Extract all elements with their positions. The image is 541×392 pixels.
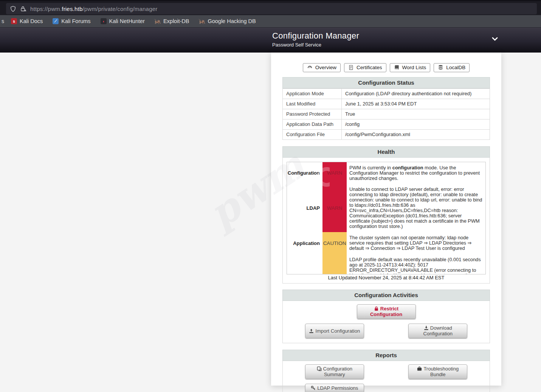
status-row-value: True [342, 109, 490, 119]
table-row: Application Mode Configuration (LDAP dir… [283, 89, 490, 99]
health-title: Health [282, 146, 490, 158]
bookmark-kali-docs[interactable]: s Kali Docs [11, 18, 43, 24]
status-row-value: /config [342, 119, 490, 130]
gauge-icon [307, 65, 313, 70]
table-row: Application Data Path /config [283, 119, 490, 130]
status-row-label: Application Data Path [283, 119, 342, 130]
bookmark-label: Google Hacking DB [208, 18, 256, 24]
status-row-value: /config/PwmConfiguration.xml [342, 130, 490, 140]
health-topic: Application [287, 232, 322, 254]
bookmark-overflow-text[interactable]: s [2, 18, 4, 24]
kali-docs-icon: s [11, 18, 17, 24]
bookmark-label: Kali Forums [61, 18, 90, 24]
restrict-configuration-button[interactable]: Restrict Configuration [357, 304, 416, 319]
briefcase-icon [417, 366, 422, 371]
browser-nav-bar: https://pwm.fries.htb/pwm/private/config… [0, 0, 541, 15]
health-status-badge: WARN [322, 162, 347, 184]
status-row-value: Configuration (LDAP directory authentica… [342, 89, 490, 99]
table-row: Password Protected True [283, 109, 490, 119]
configuration-activities-section: Restrict Configuration Import Configurat… [282, 301, 490, 343]
table-row: Application CAUTION The cluster system c… [287, 232, 485, 254]
bookmark-kali-forums[interactable]: ⟋ Kali Forums [53, 18, 90, 24]
status-row-value: June 1, 2025 at 3:53:04 PM EDT [342, 99, 490, 109]
health-topic: LDAP [287, 254, 322, 274]
health-message: The cluster system can not operate norma… [347, 232, 485, 254]
shield-icon[interactable] [10, 6, 16, 12]
manager-tabs: Overview Certificates Word Lists [271, 53, 501, 72]
ldap-permissions-button[interactable]: LDAP Permissions [305, 384, 364, 392]
troubleshooting-bundle-button[interactable]: Troubleshooting Bundle [408, 364, 467, 379]
page-subtitle: Password Self Service [272, 42, 359, 48]
tab-label: Word Lists [402, 65, 426, 70]
reports-title: Reports [282, 350, 490, 361]
health-last-updated: Last Updated November 24, 2025 at 8:44:4… [287, 275, 486, 280]
kali-forums-icon: ⟋ [53, 18, 59, 24]
key-icon [311, 386, 316, 390]
table-row: LDAP WARN Unable to connect to LDAP serv… [287, 184, 485, 232]
url-text: https://pwm.fries.htb/pwm/private/config… [30, 6, 157, 12]
url-scheme: https://pwm. [30, 6, 62, 12]
download-icon [424, 325, 429, 330]
tab-certificates[interactable]: Certificates [344, 63, 386, 72]
import-configuration-button[interactable]: Import Configuration [305, 324, 364, 338]
download-configuration-button[interactable]: Download Configuration [408, 324, 467, 338]
lock-icon [374, 306, 379, 311]
health-status-badge: CAUTION [322, 232, 347, 254]
book-icon [394, 65, 400, 70]
health-message: Unable to connect to LDAP server default… [347, 184, 485, 232]
tab-word-lists[interactable]: Word Lists [390, 63, 431, 72]
copy-icon [317, 366, 322, 371]
url-path: /pwm/private/config/manager [82, 6, 157, 12]
health-status-badge: WARN [322, 184, 347, 232]
tab-label: Overview [315, 65, 336, 70]
kali-nethunter-icon: ◖ [101, 18, 107, 24]
lock-warning-icon[interactable] [20, 6, 26, 12]
configuration-status-table: Application Mode Configuration (LDAP dir… [282, 88, 490, 140]
health-message: LDAP profile default was recently unavai… [347, 254, 485, 274]
button-label: Configuration Summary [323, 366, 352, 377]
bookmark-google-hacking-db[interactable]: 🦗 Google Hacking DB [199, 18, 256, 24]
url-host: fries.htb [62, 6, 82, 12]
health-table: Configuration WARN PWM is currently in c… [287, 162, 485, 274]
table-row: Configuration File /config/PwmConfigurat… [283, 130, 490, 140]
status-row-label: Configuration File [283, 130, 342, 140]
status-row-label: Last Modified [283, 99, 342, 109]
health-message: PWM is currently in configuration mode. … [347, 162, 485, 184]
page-title: Configuration Manager [272, 31, 359, 41]
database-icon [438, 65, 443, 70]
tab-localdb[interactable]: LocalDB [434, 63, 470, 72]
reports-section: Configuration Summary Troubleshooting Bu… [282, 361, 490, 392]
button-label: Import Configuration [315, 328, 360, 334]
google-hacking-db-icon: 🦗 [199, 18, 205, 24]
bookmark-exploit-db[interactable]: 🦗 Exploit-DB [155, 18, 189, 24]
certificate-icon [348, 65, 354, 70]
tab-overview[interactable]: Overview [303, 63, 341, 72]
bookmarks-bar: s s Kali Docs ⟋ Kali Forums ◖ Kali NetHu… [0, 15, 541, 28]
status-row-label: Password Protected [283, 109, 342, 119]
health-status-badge: CAUTION [322, 254, 347, 274]
url-bar[interactable]: https://pwm.fries.htb/pwm/private/config… [6, 3, 537, 14]
status-row-label: Application Mode [283, 89, 342, 99]
bookmark-label: Kali Docs [20, 18, 43, 24]
content-panel: pwm Overview Certificates [271, 53, 501, 386]
health-topic: LDAP [287, 184, 322, 232]
button-label: LDAP Permissions [317, 385, 358, 391]
health-scroll-area: Configuration WARN PWM is currently in c… [287, 162, 486, 274]
bookmark-label: Exploit-DB [163, 18, 189, 24]
table-row: Last Modified June 1, 2025 at 3:53:04 PM… [283, 99, 490, 109]
configuration-summary-button[interactable]: Configuration Summary [305, 364, 364, 379]
table-row: LDAP CAUTION LDAP profile default was re… [287, 254, 485, 274]
chevron-down-icon[interactable] [491, 36, 498, 40]
bookmark-label: Kali NetHunter [109, 18, 145, 24]
table-row: Configuration WARN PWM is currently in c… [287, 162, 485, 184]
app-header: Configuration Manager Password Self Serv… [0, 28, 541, 53]
configuration-status-title: Configuration Status [282, 77, 490, 88]
tab-label: Certificates [357, 65, 382, 70]
exploit-db-icon: 🦗 [155, 18, 161, 24]
bookmark-kali-nethunter[interactable]: ◖ Kali NetHunter [101, 18, 145, 24]
health-section: Configuration WARN PWM is currently in c… [282, 158, 490, 284]
upload-icon [309, 328, 314, 333]
button-label: Troubleshooting Bundle [423, 366, 459, 377]
configuration-activities-title: Configuration Activities [282, 290, 490, 301]
tab-label: LocalDB [446, 65, 465, 70]
